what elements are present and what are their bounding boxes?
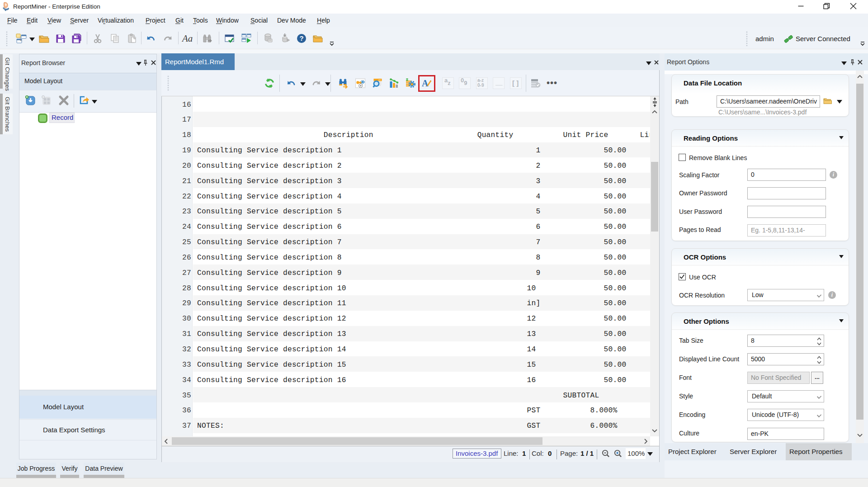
svg-text:?: ? (299, 34, 303, 42)
svg-text:A: A (422, 78, 429, 88)
